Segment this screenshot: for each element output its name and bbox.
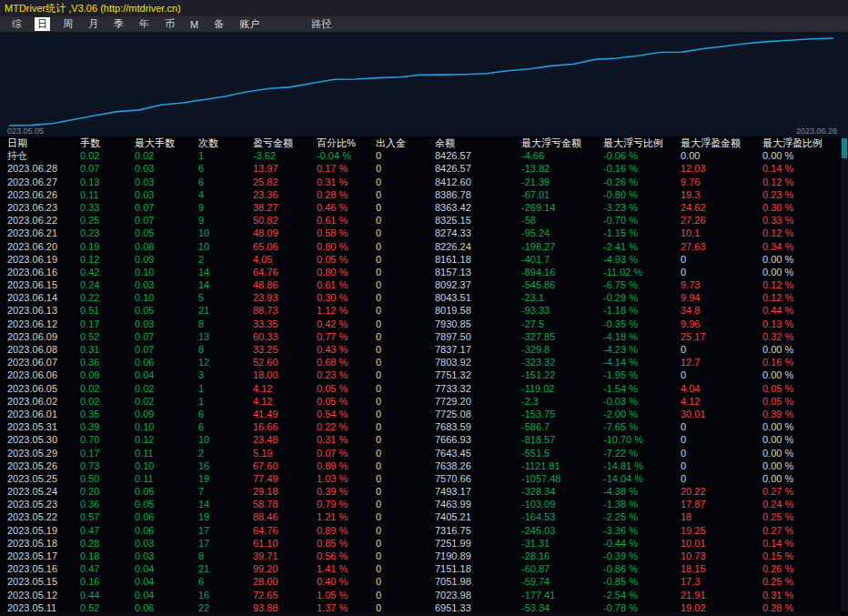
cell: 0 [376,201,435,214]
table-row[interactable]: 2023.05.310.390.10616.660.22 %07683.59-5… [0,420,848,433]
table-row[interactable]: 2023.05.150.160.04628.000.40 %07051.98-5… [0,575,848,588]
cell: 2023.06.12 [7,318,80,330]
table-row[interactable]: 2023.06.260.110.03423.360.28 %08386.78-6… [0,188,848,201]
table-row[interactable]: 2023.06.210.230.051048.090.58 %08274.33-… [0,227,848,239]
horizontal-scrollbar[interactable] [0,611,841,616]
table-row[interactable]: 2023.06.140.220.10523.930.30 %08043.51-2… [0,291,848,304]
cell: 2 [198,253,253,266]
table-row[interactable]: 2023.06.200.190.081065.060.80 %08226.24-… [0,240,848,253]
table-row[interactable]: 2023.05.180.280.031761.100.85 %07251.99-… [0,537,848,550]
menu-item-周[interactable]: 周 [60,17,76,31]
cell: -103.09 [521,498,603,510]
table-row[interactable]: 2023.06.050.020.0214.120.05 %07733.32-11… [0,382,848,395]
cell: 0 [376,278,435,291]
table-row[interactable]: 2023.05.290.170.1125.190.07 %07643.45-55… [0,447,848,459]
chart-start-date-label: 023.05.05 [7,126,44,136]
table-row[interactable]: 2023.05.120.440.041672.651.05 %07023.98-… [0,589,848,601]
cell: 0.00 % [762,420,841,433]
table-row[interactable]: 2023.05.300.700.121023.480.31 %07666.93-… [0,433,848,446]
menu-item-path[interactable]: 路径 [308,17,334,31]
table-row[interactable]: 2023.05.220.570.061988.461.21 %07405.21-… [0,510,848,523]
cell: 6 [198,575,253,588]
cell: 16.66 [253,420,317,433]
vertical-scrollbar-thumb[interactable] [842,138,847,158]
cell: 2023.06.02 [7,395,80,408]
cell: 0.05 % [317,253,376,266]
table-row[interactable]: 2023.06.010.350.09641.490.54 %07725.08-1… [0,408,848,420]
cell: -13.82 [521,162,603,175]
cell: 0.23 [80,227,135,239]
table-row[interactable]: 2023.05.190.470.061764.760.89 %07316.75-… [0,524,848,537]
menu-item-月[interactable]: 月 [86,17,101,31]
table-row[interactable]: 2023.06.160.420.101464.760.80 %08157.13-… [0,266,848,278]
cell: 0 [376,318,435,330]
cell: 6 [198,420,253,433]
cell: 0.56 % [317,550,376,562]
table-row[interactable]: 2023.06.120.170.03833.350.42 %07930.85-2… [0,318,848,330]
cell: 0.23 % [762,188,841,201]
cell: 0.18 [80,550,135,562]
cell: 0 [681,266,762,278]
cell: -95.24 [521,227,603,239]
column-header: 日期 [7,136,80,149]
table-row[interactable]: 2023.06.090.520.071360.330.77 %07897.50-… [0,330,848,343]
cell: 2023.06.06 [7,369,80,381]
cell: 2023.06.15 [7,278,80,291]
chart-end-date-label: 2023.06.28 [796,126,837,136]
cell: 5.19 [253,447,317,459]
table-row[interactable]: 2023.05.240.200.05729.180.39 %07493.17-3… [0,485,848,498]
table-row[interactable]: 2023.05.250.500.111977.491.03 %07570.66-… [0,472,848,485]
table-row[interactable]: 2023.06.020.020.0214.120.05 %07729.20-2.… [0,395,848,408]
table-row[interactable]: 2023.06.190.120.0924.050.05 %08161.18-40… [0,253,848,266]
cell: 0.30 % [317,291,376,304]
menu-item-综[interactable]: 综 [9,17,25,31]
cell: 0.00 % [762,369,841,381]
table-row[interactable]: 2023.06.270.130.03625.820.31 %08412.60-2… [0,176,848,188]
table-row[interactable]: 2023.06.070.360.061252.600.68 %07803.92-… [0,356,848,369]
table-row[interactable]: 持仓0.020.021-3.62-0.04 %08426.57-4.66-0.0… [0,149,848,162]
cell: -3.36 % [603,524,681,537]
cell: 0.17 [80,318,135,330]
menu-item-账户[interactable]: 账户 [237,17,262,31]
table-row[interactable]: 2023.06.220.250.07950.820.61 %08325.15-5… [0,214,848,227]
cell: 2023.05.29 [7,447,80,459]
menu-item-年[interactable]: 年 [136,17,152,31]
cell: -31.31 [521,537,603,550]
cell: -67.01 [521,188,603,201]
cell: 7733.32 [435,382,521,395]
menu-item-日[interactable]: 日 [35,17,50,31]
cell: 14 [198,266,253,278]
cell: 33.35 [253,318,317,330]
table-row[interactable]: 2023.06.280.070.03613.970.17 %08426.57-1… [0,162,848,175]
cell: 14 [198,278,253,291]
menu-item-备[interactable]: 备 [211,17,227,31]
menu-item-币[interactable]: 币 [162,17,177,31]
cell: 8426.57 [435,149,521,162]
cell: 0.14 % [762,537,841,550]
table-row[interactable]: 2023.06.150.240.031448.860.61 %08092.37-… [0,278,848,291]
vertical-scrollbar[interactable] [841,137,848,611]
cell: 0 [376,330,435,343]
cell: 0.03 [135,162,198,175]
cell: 0.25 % [762,575,841,588]
cell: 0.06 [135,510,198,523]
table-row[interactable]: 2023.06.230.330.07938.270.46 %08363.42-2… [0,201,848,214]
table-row[interactable]: 2023.05.160.470.042199.201.41 %07151.18-… [0,562,848,575]
cell: 0.00 % [762,149,841,162]
table-row[interactable]: 2023.05.230.360.051458.780.79 %07463.99-… [0,498,848,510]
table-row[interactable]: 2023.05.170.180.03839.710.56 %07190.89-2… [0,550,848,562]
cell: 0 [376,537,435,550]
cell: 0 [681,433,762,446]
table-row[interactable]: 2023.06.060.090.04318.000.23 %07751.32-1… [0,369,848,381]
table-row[interactable]: 2023.06.080.310.07833.250.43 %07837.17-3… [0,343,848,356]
cell: 0.09 [135,253,198,266]
table-row[interactable]: 2023.05.260.730.101667.600.89 %07638.26-… [0,459,848,472]
cell: 0.31 % [317,433,376,446]
cell: 4.12 [681,395,762,408]
cell: 0.17 % [317,162,376,175]
cell: 39.71 [253,550,317,562]
menu-item-M[interactable]: M [187,19,201,30]
table-row[interactable]: 2023.06.130.510.052188.731.12 %08019.58-… [0,304,848,317]
cell: -21.39 [521,176,603,188]
menu-item-季[interactable]: 季 [111,17,126,31]
